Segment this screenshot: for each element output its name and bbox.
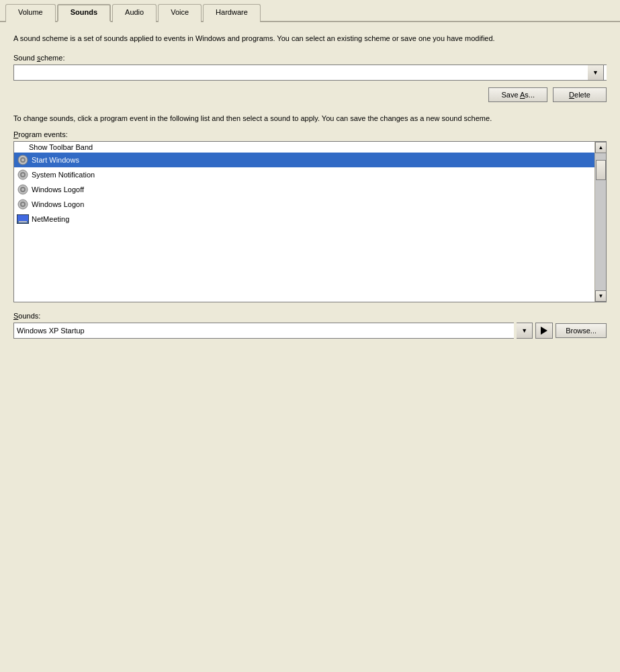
svg-rect-14 [19, 221, 27, 222]
scroll-track[interactable] [595, 153, 606, 290]
svg-rect-13 [17, 215, 28, 221]
scroll-down-button[interactable]: ▼ [595, 290, 607, 302]
scroll-up-button[interactable]: ▲ [595, 142, 607, 153]
svg-point-2 [21, 159, 24, 161]
netmeeting-icon [17, 213, 29, 225]
speaker-icon [17, 198, 29, 210]
event-item-netmeeting[interactable]: NetMeeting [14, 212, 594, 226]
program-events-label: Program events: [13, 130, 607, 138]
svg-point-8 [21, 188, 24, 191]
sound-scheme-label: Sound scheme: [13, 54, 607, 62]
chevron-down-icon: ▼ [592, 69, 599, 76]
tab-audio[interactable]: Audio [112, 4, 157, 22]
sound-scheme-dropdown[interactable]: ▼ [13, 65, 607, 81]
play-sound-button[interactable] [535, 323, 553, 339]
speaker-icon [17, 183, 29, 196]
tab-volume[interactable]: Volume [5, 4, 56, 22]
delete-button[interactable]: Delete [553, 87, 607, 102]
events-scrollbar[interactable]: ▲ ▼ [594, 142, 606, 302]
tab-voice[interactable]: Voice [158, 4, 202, 22]
event-item-windows-logon[interactable]: Windows Logon [14, 197, 594, 212]
event-item-start-windows[interactable]: Start Windows [14, 153, 594, 167]
save-as-button[interactable]: Save As... [488, 87, 547, 102]
play-icon [541, 327, 547, 335]
sound-scheme-row: ▼ [13, 65, 607, 81]
sound-scheme-dropdown-arrow[interactable]: ▼ [588, 65, 604, 81]
tab-hardware[interactable]: Hardware [203, 4, 261, 22]
description-events: To change sounds, click a program event … [13, 113, 607, 124]
sounds-dropdown-label: Sounds: [13, 312, 607, 320]
sounds-dropdown-arrow[interactable]: ▼ [517, 323, 533, 339]
program-events-list-container: Show Toolbar Band Start Windows [13, 141, 607, 302]
event-item-windows-logoff[interactable]: Windows Logoff [14, 182, 594, 197]
program-events-list[interactable]: Show Toolbar Band Start Windows [14, 142, 594, 302]
speaker-icon [17, 169, 29, 181]
sounds-row: Windows XP Startup ▼ Browse... [13, 323, 607, 339]
browse-button[interactable]: Browse... [556, 323, 607, 338]
tab-content-sounds: A sound scheme is a set of sounds applie… [0, 22, 620, 352]
chevron-down-icon: ▼ [521, 327, 527, 334]
tab-sounds[interactable]: Sounds [57, 4, 111, 22]
event-item-system-notification[interactable]: System Notification [14, 167, 594, 182]
scheme-buttons: Save As... Delete [13, 87, 607, 102]
tab-bar: Volume Sounds Audio Voice Hardware [0, 0, 620, 22]
event-item-show-toolbar-band[interactable]: Show Toolbar Band [14, 142, 594, 153]
description-scheme: A sound scheme is a set of sounds applie… [13, 33, 607, 44]
sounds-value-dropdown[interactable]: Windows XP Startup [13, 323, 514, 339]
chevron-up-icon: ▲ [599, 144, 604, 151]
svg-point-5 [21, 173, 24, 176]
sounds-dialog: Volume Sounds Audio Voice Hardware A sou… [0, 0, 620, 352]
speaker-icon [17, 154, 29, 166]
chevron-down-icon: ▼ [599, 293, 604, 299]
svg-point-11 [21, 203, 24, 206]
scroll-thumb[interactable] [596, 160, 606, 180]
